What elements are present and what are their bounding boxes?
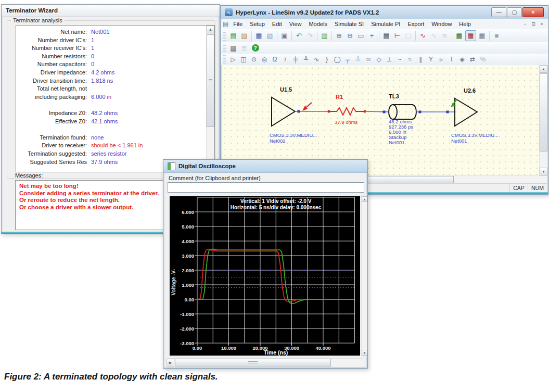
scroll-down-arrow-icon[interactable]: ▼ <box>362 350 367 356</box>
open-design-icon[interactable]: ▨ <box>239 31 249 41</box>
pulldown-terminator-icon[interactable]: ╧ <box>353 55 363 64</box>
analysis-row[interactable]: Driver impedance:4.2 ohms <box>16 69 206 77</box>
pullup-terminator-icon[interactable]: ╤ <box>343 55 352 64</box>
scrollbar-thumb[interactable] <box>540 73 547 151</box>
ground-icon[interactable]: ⊥ <box>385 55 394 64</box>
buffer-icon[interactable]: ▹ <box>437 55 446 64</box>
select-pointer-icon[interactable]: ▷ <box>228 55 238 64</box>
menu-edit[interactable]: Edit <box>269 19 286 29</box>
spacer-icon[interactable]: ■ <box>492 31 502 41</box>
analysis-row[interactable]: Effective Z0:42.1 ohms <box>16 118 206 126</box>
close-button[interactable]: × <box>522 7 544 17</box>
receiver-buffer-symbol[interactable] <box>455 98 477 126</box>
diode-terminator-icon[interactable]: ◇ <box>374 55 384 64</box>
oscilloscope-titlebar[interactable]: Digital Oscilloscope <box>163 160 367 173</box>
bom-report-icon[interactable]: ▦ <box>228 43 238 53</box>
analysis-row[interactable]: Driver to receiver:should be < 1.961 in <box>16 142 206 150</box>
toolbar-grip[interactable] <box>223 44 226 52</box>
terminator-wizard-icon[interactable]: ∿ <box>418 31 428 41</box>
analysis-row[interactable]: Number driver IC's:1 <box>16 36 206 45</box>
pan-icon[interactable]: + <box>367 31 377 41</box>
analysis-row[interactable]: Impedance Z0:48.2 ohms <box>16 109 206 118</box>
scroll-down-arrow-icon[interactable]: ▼ <box>540 168 547 175</box>
scrollbar-thumb[interactable] <box>207 34 214 127</box>
menu-help[interactable]: Help <box>455 19 475 29</box>
help-icon[interactable]: ? <box>250 43 260 53</box>
y-junction-icon[interactable]: Y <box>426 55 436 64</box>
analysis-row[interactable]: Termination suggested:series resistor <box>16 150 206 158</box>
transmission-line-symbol[interactable] <box>389 105 416 119</box>
mdi-minimize-button[interactable]: − <box>521 20 529 28</box>
swap-icon[interactable]: ⇄ <box>468 55 477 64</box>
analysis-row[interactable]: Number receiver IC's:1 <box>16 44 206 53</box>
analysis-scrollbar[interactable]: ▲ ▼ <box>206 26 214 172</box>
junction-node[interactable] <box>419 111 422 113</box>
series-resistor-icon[interactable]: Ω <box>270 55 279 64</box>
report-icon[interactable]: ▢ <box>403 31 413 41</box>
net-name-icon[interactable]: ◈ <box>457 55 467 64</box>
toolbar-grip[interactable] <box>223 31 226 41</box>
mdi-close-button[interactable]: × <box>538 20 546 28</box>
menu-simulate-si[interactable]: Simulate SI <box>331 19 367 29</box>
driver-buffer-symbol[interactable] <box>272 97 295 126</box>
terminator-wizard-titlebar[interactable]: Terminator Wizard <box>2 5 220 17</box>
toolbar-grip[interactable] <box>223 55 226 64</box>
stub-icon[interactable]: } <box>322 55 331 64</box>
analysis-row[interactable]: Total net length, not <box>16 85 206 93</box>
undo-icon[interactable]: ↶ <box>294 31 304 41</box>
scroll-right-arrow-icon[interactable]: ▶ <box>167 359 174 366</box>
text-label-icon[interactable]: T <box>447 55 456 64</box>
analysis-row[interactable] <box>16 101 206 109</box>
board-sim-red-icon[interactable]: ▦ <box>465 30 476 41</box>
measure-icon[interactable]: ⊢ <box>392 31 402 41</box>
menu-file[interactable]: File <box>229 19 246 29</box>
scope-hscrollbar[interactable]: ◀ ▶ <box>167 358 363 366</box>
scope-vscrollbar[interactable]: ▲ ▼ <box>361 196 367 356</box>
junction-node[interactable] <box>383 111 386 113</box>
board-sim-gray-icon[interactable]: ▦ <box>477 31 487 41</box>
menu-export[interactable]: Export <box>404 19 428 29</box>
menu-simulate-pi[interactable]: Simulate PI <box>367 19 404 29</box>
zoom-fit-icon[interactable]: ▭ <box>356 31 366 41</box>
stackup-editor-icon[interactable]: ▥ <box>320 31 329 41</box>
coupled-line-icon[interactable]: ≈ <box>405 55 415 64</box>
menu-window[interactable]: Window <box>428 19 455 29</box>
analysis-listbox[interactable]: Net name:Net001Number driver IC's:1Numbe… <box>16 25 215 172</box>
schematic-vscrollbar[interactable]: ▲ ▼ <box>539 65 547 175</box>
analysis-row[interactable]: Termination found:none <box>16 134 206 142</box>
menu-setup[interactable]: Setup <box>246 19 269 29</box>
new-design-icon[interactable]: ▤ <box>228 31 238 41</box>
board-sim-green-icon[interactable]: ▦ <box>454 31 464 41</box>
save-design-icon[interactable]: ▦ <box>254 31 264 41</box>
transmission-line-icon[interactable]: ~ <box>395 55 404 64</box>
series-inductor-icon[interactable]: ∿ <box>312 55 321 64</box>
export-stackup-icon[interactable]: ≣ <box>239 43 249 53</box>
shunt-capacitor-icon[interactable]: ╨ <box>301 55 311 64</box>
via-icon[interactable]: ◯ <box>333 55 342 64</box>
ic-component-icon[interactable]: ⊙ <box>249 55 259 64</box>
menu-view[interactable]: View <box>286 19 305 29</box>
minimize-button[interactable]: — <box>491 7 506 17</box>
hyperlynx-titlebar[interactable]: ∿ HyperLynx - LineSim v9.2 Update2 for P… <box>221 6 548 19</box>
run-interactive-sim-icon[interactable]: ∿ <box>429 31 439 41</box>
analysis-row[interactable] <box>16 125 206 134</box>
ac-terminator-icon[interactable]: ≍ <box>364 55 373 64</box>
connector-icon[interactable]: ◎ <box>260 55 269 64</box>
zoom-out-icon[interactable]: ⊖ <box>345 31 355 41</box>
scroll-up-arrow-icon[interactable]: ▲ <box>362 196 367 202</box>
child-window-icon[interactable]: ▤ <box>223 20 228 28</box>
scroll-up-arrow-icon[interactable]: ▲ <box>540 65 547 73</box>
scope-plot[interactable]: 6.0005.0004.0003.0002.0001.0000.00-1.000… <box>170 196 360 356</box>
analysis-row[interactable]: Driver transition time:1.818 ns <box>16 77 206 85</box>
scroll-up-arrow-icon[interactable]: ▲ <box>207 26 214 33</box>
zoom-in-icon[interactable]: ⊕ <box>334 31 344 41</box>
tolerance-icon[interactable]: % <box>478 55 488 64</box>
mdi-restore-button[interactable]: ⊡ <box>529 20 538 28</box>
comment-input[interactable] <box>168 182 364 193</box>
series-resistor-symbol[interactable] <box>329 108 365 115</box>
junction-node[interactable] <box>446 111 449 113</box>
differential-pair-icon[interactable]: ∥ <box>416 55 425 64</box>
scrollbar-thumb[interactable] <box>175 359 331 366</box>
analysis-row[interactable]: Net name:Net001 <box>16 28 206 36</box>
sweep-manager-icon[interactable]: ≋ <box>440 31 450 41</box>
